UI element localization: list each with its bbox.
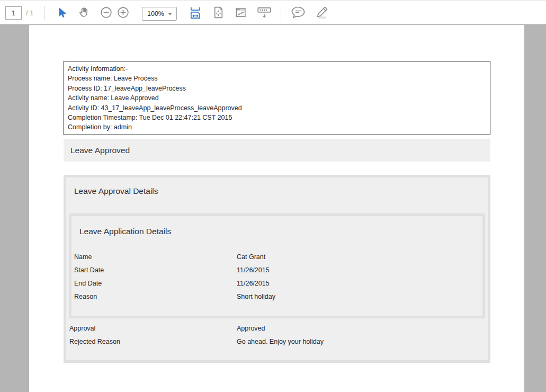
activity-info-line: Activity name: Leave Approved bbox=[68, 93, 490, 103]
field-row: End Date 11/26/2015 bbox=[71, 280, 479, 289]
section-title: Leave Approved bbox=[70, 146, 130, 155]
field-row: Name Cat Grant bbox=[71, 253, 479, 262]
pdf-toolbar: / 1 bbox=[0, 0, 546, 24]
chevron-down-icon bbox=[168, 13, 172, 15]
activity-information-box: Activity Information:- Process name: Lea… bbox=[64, 61, 490, 135]
expand-window-icon bbox=[234, 6, 247, 21]
pdf-page: Activity Information:- Process name: Lea… bbox=[29, 25, 524, 392]
field-label: Start Date bbox=[74, 266, 104, 274]
dock-toolbar-down-icon bbox=[256, 6, 272, 21]
document-area[interactable]: Activity Information:- Process name: Lea… bbox=[0, 25, 546, 392]
fit-page-icon bbox=[212, 6, 225, 21]
field-value: 11/26/2015 bbox=[237, 266, 270, 274]
zoom-out-button[interactable] bbox=[99, 6, 113, 20]
select-tool-button[interactable] bbox=[55, 6, 69, 20]
activity-info-line: Activity ID: 43_17_leaveApp_leaveProcess… bbox=[68, 103, 490, 113]
zoom-out-icon bbox=[100, 6, 113, 21]
field-row: Rejected Reason Go ahead. Enjoy your hol… bbox=[66, 338, 474, 347]
toolbar-divider bbox=[44, 6, 45, 20]
cursor-arrow-icon bbox=[56, 6, 68, 21]
field-label: Rejected Reason bbox=[69, 338, 120, 345]
field-value: 11/26/2015 bbox=[237, 280, 270, 287]
draw-highlight-button[interactable] bbox=[311, 6, 330, 20]
expand-window-button[interactable] bbox=[233, 6, 248, 20]
field-value: Cat Grant bbox=[237, 253, 265, 261]
activity-info-line: Process ID: 17_leaveApp_leaveProcess bbox=[68, 84, 490, 93]
pdf-viewer-window: / 1 bbox=[0, 0, 546, 392]
field-label: Approval bbox=[69, 325, 95, 332]
comment-button[interactable] bbox=[289, 6, 307, 20]
activity-info-line: Activity Information:- bbox=[68, 64, 490, 74]
comment-bubble-icon bbox=[290, 5, 307, 22]
section-header-leave-approved: Leave Approved bbox=[64, 139, 490, 162]
activity-info-line: Completion Timestamp: Tue Dec 01 22:47:2… bbox=[68, 113, 490, 122]
field-label: Name bbox=[74, 253, 92, 261]
fit-width-icon bbox=[189, 6, 202, 21]
activity-info-line: Process name: Leave Process bbox=[68, 74, 490, 83]
leave-application-details-panel: Leave Application Details Name Cat Grant… bbox=[69, 213, 485, 318]
field-value: Go ahead. Enjoy your holiday bbox=[237, 338, 324, 345]
toolbar-divider bbox=[281, 6, 281, 20]
field-row: Reason Short holiday bbox=[71, 293, 479, 302]
zoom-level-value: 100% bbox=[142, 10, 168, 17]
field-value: Approved bbox=[237, 325, 265, 332]
dock-toolbar-button[interactable] bbox=[255, 6, 273, 20]
field-value: Short holiday bbox=[237, 293, 275, 300]
activity-info-line: Completion by: admin bbox=[68, 122, 490, 132]
zoom-in-icon bbox=[117, 6, 130, 21]
fit-page-button[interactable] bbox=[211, 6, 226, 20]
field-row: Start Date 11/26/2015 bbox=[71, 266, 479, 275]
field-row: Approval Approved bbox=[66, 325, 474, 334]
zoom-in-button[interactable] bbox=[115, 6, 130, 20]
panel-title: Leave Approval Details bbox=[74, 186, 158, 196]
page-number-input[interactable] bbox=[5, 6, 22, 20]
leave-approval-details-panel: Leave Approval Details Leave Application… bbox=[64, 175, 490, 363]
field-label: Reason bbox=[74, 293, 97, 300]
zoom-level-dropdown[interactable]: 100% bbox=[142, 7, 177, 21]
panel-title: Leave Application Details bbox=[79, 227, 171, 236]
page-count-label: / 1 bbox=[26, 9, 33, 17]
pencil-icon bbox=[312, 5, 330, 22]
pan-tool-button[interactable] bbox=[76, 6, 91, 20]
fit-width-button[interactable] bbox=[188, 6, 203, 20]
hand-icon bbox=[77, 6, 91, 21]
field-label: End Date bbox=[74, 280, 102, 287]
